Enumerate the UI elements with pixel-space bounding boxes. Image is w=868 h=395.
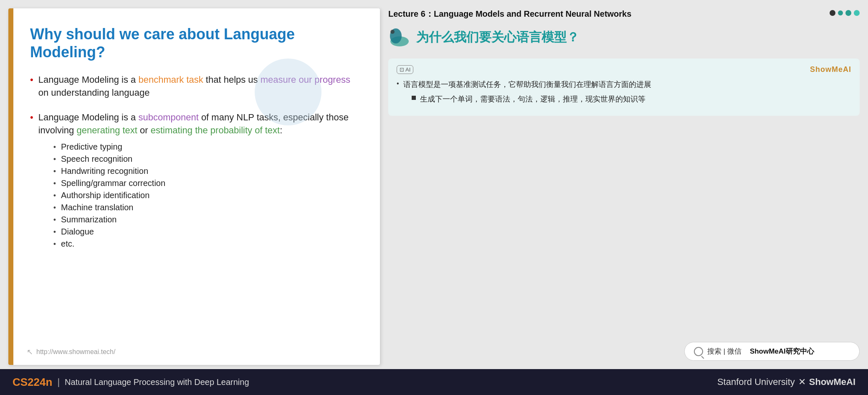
sub-bullet-authorship: • Authorship identification [53, 191, 359, 200]
trans-sub-text-1: 生成下一个单词，需要语法，句法，逻辑，推理，现实世界的知识等 [420, 94, 645, 105]
slide-left: Why should we care about Language Modeli… [8, 8, 380, 365]
search-bar[interactable]: 搜索 | 微信 ShowMeAI研究中心 [684, 342, 860, 361]
ai-icon: ⊡ [400, 66, 404, 73]
sub-bullets: • Predictive typing • Speech recognition… [53, 142, 359, 249]
slide-title: Why should we care about Language Modeli… [30, 25, 359, 61]
trans-bullet-1-dot: • [397, 80, 399, 87]
sub-bullet-dialogue: • Dialogue [53, 227, 359, 237]
sub-bullet-predictive: • Predictive typing [53, 142, 359, 152]
zh-title-text: 为什么我们要关心语言模型？ [416, 29, 579, 46]
trans-bullet-1: • 语言模型是一项基准测试任务，它帮助我们衡量我们在理解语言方面的进展 生成下一… [397, 79, 851, 105]
cursor-icon: ↖ [27, 347, 33, 357]
right-spacer [388, 120, 860, 338]
showmeai-label: ShowMeAI [810, 65, 851, 74]
decorative-circle [255, 59, 321, 125]
bottom-left: CS224n | Natural Language Processing wit… [13, 376, 249, 389]
zh-title-row: 为什么我们要关心语言模型？ [388, 27, 860, 48]
trans-bullet-1-text: 语言模型是一项基准测试任务，它帮助我们衡量我们在理解语言方面的进展 [403, 80, 651, 89]
dots-group [830, 10, 860, 16]
x-sign: ✕ [798, 377, 806, 387]
search-bold-text: ShowMeAI研究中心 [750, 347, 814, 356]
svg-point-2 [390, 30, 395, 34]
bottom-divider: | [57, 377, 60, 387]
dot-teal2 [845, 10, 851, 16]
bottom-right: Stanford University ✕ ShowMeAI [717, 377, 855, 387]
zh-section-icon [388, 27, 411, 48]
dot-dark [830, 10, 835, 16]
trans-sub-square [412, 96, 416, 100]
stanford-label: Stanford University [717, 377, 795, 387]
trans-header: ⊡ AI ShowMeAI [397, 65, 851, 74]
search-icon [694, 347, 703, 356]
search-bar-container: 搜索 | 微信 ShowMeAI研究中心 [388, 342, 860, 361]
slide-footer: ↖ http://www.showmeai.tech/ [27, 347, 115, 357]
ai-icon-box: ⊡ AI [397, 65, 413, 74]
ai-label: AI [405, 66, 410, 73]
sub-bullet-etc: • etc. [53, 239, 359, 249]
footer-url: http://www.showmeai.tech/ [36, 348, 115, 356]
lecture-title: Lecture 6：Language Models and Recurrent … [388, 8, 631, 19]
highlight-estimating: estimating the probability of text [151, 125, 280, 135]
dot-teal1 [838, 10, 843, 15]
highlight-benchmark: benchmark task [138, 74, 203, 85]
showmeai-right-label: ShowMeAI [809, 377, 855, 387]
sub-bullet-summarization: • Summarization [53, 215, 359, 224]
highlight-subcomponent: subcomponent [138, 112, 198, 122]
sub-bullet-speech: • Speech recognition [53, 154, 359, 164]
slide-right: Lecture 6：Language Models and Recurrent … [388, 8, 860, 365]
bullet-1-dot: • [30, 74, 33, 85]
right-header: Lecture 6：Language Models and Recurrent … [388, 8, 860, 23]
bullet-2: • Language Modeling is a subcomponent of… [30, 111, 359, 251]
main-area: Why should we care about Language Modeli… [0, 0, 868, 369]
sub-bullet-machine-translation: • Machine translation [53, 203, 359, 212]
translation-box: ⊡ AI ShowMeAI • 语言模型是一项基准测试任务，它帮助我们衡量我们在… [388, 59, 860, 116]
sub-bullet-handwriting: • Handwriting recognition [53, 166, 359, 176]
dot-teal3 [854, 10, 860, 16]
bottom-bar: CS224n | Natural Language Processing wit… [0, 369, 868, 395]
sub-bullet-spelling: • Spelling/grammar correction [53, 178, 359, 188]
search-text: 搜索 | 微信 [707, 347, 741, 356]
bullet-2-dot: • [30, 112, 33, 123]
cs224n-label: CS224n [13, 376, 52, 389]
trans-sub-bullet-1: 生成下一个单词，需要语法，句法，逻辑，推理，现实世界的知识等 [412, 94, 651, 105]
bottom-subtitle: Natural Language Processing with Deep Le… [65, 377, 249, 387]
highlight-generating: generating text [76, 125, 137, 135]
